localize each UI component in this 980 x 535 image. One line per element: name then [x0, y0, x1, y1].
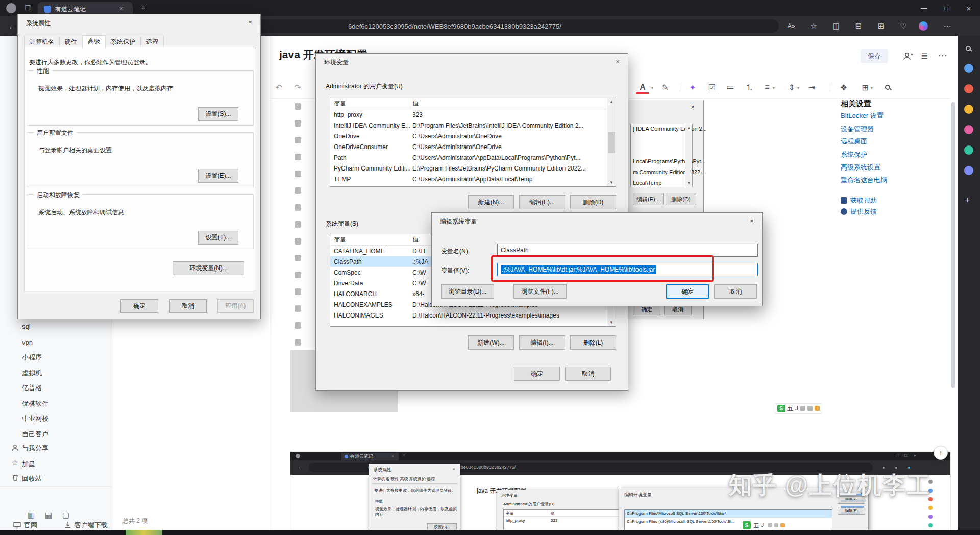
browser-essentials-icon[interactable]: ♡ — [894, 16, 913, 36]
user-new-button[interactable]: 新建(N)... — [468, 195, 514, 209]
get-help-link[interactable]: 获取帮助 — [850, 196, 877, 205]
user-delete-button[interactable]: 删除(D) — [570, 195, 616, 209]
scroll-thumb[interactable] — [608, 132, 615, 153]
sogou-toolbox-icon[interactable] — [815, 406, 820, 411]
back-to-top-button[interactable]: ↑ — [934, 446, 948, 460]
edge-search-icon[interactable] — [966, 46, 971, 51]
sidebar-link-official[interactable]: 官网 — [24, 521, 37, 530]
highlight-icon[interactable]: ✎ — [658, 80, 672, 95]
edge-tool-icon-1[interactable] — [964, 64, 973, 73]
sidebar-item-trash[interactable]: 回收站 — [22, 474, 42, 483]
redo-icon[interactable]: ↷ — [291, 80, 304, 95]
align-icon[interactable]: ≡ — [761, 80, 774, 95]
settings-more-icon[interactable]: ⋯ — [938, 16, 957, 36]
sogou-input-toolbar[interactable]: S 五 J — [775, 403, 822, 414]
sidebar-item[interactable]: 虚拟机 — [22, 369, 42, 378]
indent-icon[interactable]: ⇥ — [805, 80, 819, 95]
user-edit-button[interactable]: 编辑(E)... — [519, 195, 565, 209]
layout-columns-icon[interactable]: ▥ — [28, 510, 35, 520]
related-link[interactable]: 远程桌面 — [841, 137, 867, 146]
related-link[interactable]: 设备管理器 — [841, 125, 874, 134]
table-row[interactable]: TEMPC:\Users\Administrator\AppData\Local… — [330, 174, 616, 184]
browse-file-button[interactable]: 浏览文件(F)... — [513, 284, 567, 299]
ok-button[interactable]: 确定 — [666, 284, 709, 299]
ai-icon[interactable]: ✦ — [686, 80, 699, 95]
todo-list-icon[interactable]: ☑ — [705, 80, 719, 95]
layout-card-icon[interactable]: ▢ — [62, 510, 69, 520]
tab-remote[interactable]: 远程 — [140, 36, 164, 47]
layout-rows-icon[interactable]: ▤ — [45, 510, 52, 520]
table-row[interactable]: http_proxy323 — [330, 109, 616, 120]
scroll-up-icon[interactable]: ▲ — [609, 100, 614, 104]
edge-tool-icon-4[interactable] — [964, 125, 973, 134]
close-icon[interactable]: × — [741, 213, 763, 228]
tab-advanced[interactable]: 高级 — [82, 35, 106, 48]
sidebar-item[interactable]: 小程序 — [22, 353, 42, 362]
related-link[interactable]: 高级系统设置 — [841, 163, 880, 172]
ok-button[interactable]: 确定 — [120, 299, 158, 313]
window-maximize-button[interactable]: □ — [935, 0, 958, 16]
note-more-icon[interactable]: ⋯ — [938, 50, 947, 61]
tab-system-protection[interactable]: 系统保护 — [105, 36, 141, 47]
sogou-keyboard-icon[interactable] — [800, 406, 805, 411]
sys-new-button[interactable]: 新建(W)... — [468, 335, 514, 350]
favorite-star-icon[interactable]: ☆ — [804, 16, 823, 36]
copilot-icon[interactable] — [919, 21, 928, 31]
performance-settings-button[interactable]: 设置(S)... — [198, 107, 238, 121]
sys-edit-button[interactable]: 编辑(I)... — [519, 335, 565, 350]
edge-tool-icon-3[interactable] — [964, 105, 973, 114]
edge-tool-icon-2[interactable] — [964, 84, 973, 93]
sidebar-link-download[interactable]: 客户端下载 — [75, 521, 108, 530]
related-link[interactable]: BitLocker 设置 — [841, 111, 884, 120]
sidebar-item-starred[interactable]: 加星 — [22, 459, 35, 469]
ordered-list-icon[interactable]: ⒈ — [743, 80, 756, 95]
startup-settings-button[interactable]: 设置(T)... — [198, 231, 238, 245]
sogou-mode-icon[interactable]: J — [795, 405, 798, 412]
sidebar-item[interactable]: 亿普格 — [22, 383, 42, 393]
environment-variables-button[interactable]: 环境变量(N)... — [173, 261, 244, 275]
outline-icon[interactable]: ≣ — [921, 51, 928, 61]
format-painter-icon[interactable]: ❖ — [837, 80, 850, 95]
table-row[interactable]: PathC:\Users\Administrator\AppData\Local… — [330, 152, 616, 163]
save-button[interactable]: 保存 — [861, 49, 888, 63]
sidebar-item-shared[interactable]: 与我分享 — [22, 444, 48, 453]
tab-close-icon[interactable]: × — [119, 5, 124, 12]
new-tab-icon[interactable]: + — [141, 3, 145, 12]
table-row[interactable]: HALCONIMAGESD:\Halcon\HALCON-22.11-Progr… — [330, 310, 616, 321]
editor-search-icon[interactable] — [881, 80, 894, 95]
sidebar-item[interactable]: 优棋软件 — [22, 399, 48, 408]
variable-name-input[interactable]: ClassPath — [497, 244, 758, 257]
tab-hardware[interactable]: 硬件 — [59, 36, 83, 47]
table-scrollbar[interactable]: ▲ ▼ — [607, 98, 616, 186]
sogou-emoji-icon[interactable] — [807, 406, 813, 411]
ok-button[interactable]: 确定 — [514, 367, 560, 381]
feedback-link[interactable]: 提供反馈 — [850, 207, 877, 216]
user-vars-table[interactable]: 变量 值 http_proxy323 IntelliJ IDEA Communi… — [330, 98, 616, 187]
page-scrollbar[interactable] — [951, 102, 955, 388]
table-row[interactable]: OneDriveConsumerC:\Users\Administrator\O… — [330, 141, 616, 152]
table-row[interactable]: PyCharm Community Editi...E:\Program Fil… — [330, 163, 616, 174]
tab-computer-name[interactable]: 计算机名 — [24, 36, 60, 47]
sys-delete-button[interactable]: 删除(L) — [570, 335, 616, 350]
browse-directory-button[interactable]: 浏览目录(D)... — [441, 284, 494, 299]
sogou-logo-icon[interactable]: S — [777, 405, 785, 412]
profile-avatar[interactable] — [6, 3, 16, 13]
sidebar-item[interactable]: sql — [22, 322, 31, 331]
edge-add-icon[interactable]: + — [965, 195, 970, 206]
cancel-button[interactable]: 取消 — [714, 284, 757, 299]
cancel-button[interactable]: 取消 — [169, 299, 207, 313]
edge-tool-icon-6[interactable] — [964, 166, 973, 175]
related-link[interactable]: 重命名这台电脑 — [841, 176, 887, 185]
sidebar-item[interactable]: 中业网校 — [22, 414, 48, 423]
insert-table-icon[interactable]: ⊞ — [859, 80, 872, 95]
close-icon[interactable]: × — [606, 54, 629, 69]
window-minimize-button[interactable]: — — [913, 0, 935, 16]
share-user-icon[interactable] — [902, 51, 914, 62]
line-spacing-icon[interactable]: ⇕ — [785, 80, 798, 95]
collections-icon[interactable]: ⊞ — [872, 16, 890, 36]
cancel-button[interactable]: 取消 — [565, 367, 611, 381]
scroll-down-icon[interactable]: ▼ — [609, 180, 614, 185]
edge-tool-icon-5[interactable] — [964, 145, 973, 155]
table-row[interactable]: OneDriveC:\Users\Administrator\OneDrive — [330, 131, 616, 141]
align-caret-icon[interactable]: ▾ — [773, 86, 775, 90]
